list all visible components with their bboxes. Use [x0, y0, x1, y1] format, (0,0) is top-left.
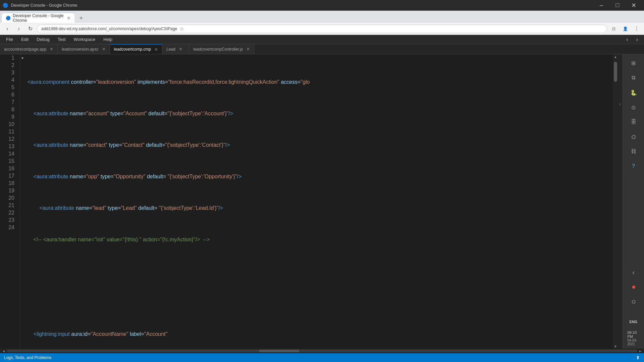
nav-back-menu[interactable]: ‹: [623, 36, 631, 43]
ln17: 17: [3, 172, 17, 180]
forward-button[interactable]: ›: [14, 24, 23, 34]
h-scroll-track: [7, 350, 637, 352]
back-sidebar-icon[interactable]: ‹: [628, 266, 640, 278]
file-tab-accountrecordpage[interactable]: accountrecordpage.app ✕: [0, 44, 58, 54]
menu-help[interactable]: Help: [100, 36, 116, 43]
extensions-button[interactable]: ⊡: [609, 24, 619, 34]
ln2: 2: [3, 62, 17, 69]
time-text: 09:10 PM: [628, 330, 640, 339]
menu-file[interactable]: File: [3, 36, 16, 43]
left-margin: [0, 54, 3, 349]
wifi2-icon: ⌬: [628, 296, 640, 308]
tab-close-icon[interactable]: ✕: [67, 15, 71, 21]
ln21: 21: [3, 202, 17, 209]
question-icon[interactable]: ?: [628, 160, 640, 172]
collapse-arrow-icon[interactable]: ‹: [620, 101, 621, 107]
eng-label: ENG: [628, 316, 640, 328]
code-line-4: <aura:attribute name="opp" type="Opportu…: [28, 173, 613, 180]
ln12: 12: [3, 135, 17, 143]
fold-spacer-2: [20, 62, 25, 69]
ln24: 24: [3, 224, 17, 231]
code-line-1: <aura:component controller="leadconversi…: [28, 78, 613, 86]
scroll-right-button[interactable]: ►: [637, 349, 643, 353]
ln4: 4: [3, 76, 17, 84]
collapse-panel-button[interactable]: ‹: [618, 54, 623, 349]
address-bar-row: ‹ › ↻ aditi1998-dev-ed.my.salesforce.com…: [0, 23, 644, 35]
ln14: 14: [3, 150, 17, 158]
file-tab-leadcovertcompcontroller[interactable]: leadcovertcompController.js ✕: [189, 44, 254, 54]
browser-favicon: 🔵: [3, 3, 8, 8]
scroll-down-button[interactable]: ▼: [613, 344, 618, 349]
date-text: 04-03-2021: [628, 339, 640, 346]
fold-spacer-3: [20, 69, 25, 76]
ln9: 9: [3, 113, 17, 121]
scroll-up-button[interactable]: ▲: [613, 54, 618, 59]
status-expand-icon[interactable]: ⬆: [636, 355, 640, 360]
fold-spacer-6: [20, 91, 25, 99]
menu-bar: File Edit Debug Test Workspace Help ‹ ›: [0, 35, 644, 44]
menu-workspace[interactable]: Workspace: [70, 36, 99, 43]
file-tab-leadconversion[interactable]: leadconversion.apxc ✕: [58, 44, 110, 54]
ln8: 8: [3, 106, 17, 113]
maximize-button[interactable]: □: [610, 0, 625, 11]
file-tab-close-icon[interactable]: ✕: [179, 47, 182, 52]
ln7: 7: [3, 99, 17, 106]
ln11: 11: [3, 128, 17, 135]
code-line-2: <aura:attribute name="account" type="Acc…: [28, 110, 613, 117]
link-icon: ⛓: [628, 145, 640, 158]
title-bar: 🔵 Developer Console - Google Chrome – □ …: [0, 0, 644, 11]
file-tab-leadcovertcomp[interactable]: leadcovertcomp.cmp ✕: [110, 44, 163, 54]
file-tab-close-icon[interactable]: ✕: [50, 47, 53, 52]
scroll-thumb[interactable]: [614, 62, 617, 82]
scroll-left-button[interactable]: ◄: [1, 349, 7, 353]
menu-debug[interactable]: Debug: [33, 36, 53, 43]
new-tab-button[interactable]: +: [76, 13, 86, 23]
profile-button[interactable]: 👤: [621, 24, 630, 34]
nav-forward-menu[interactable]: ›: [633, 36, 641, 43]
time-display: 09:10 PM 04-03-2021: [628, 330, 640, 346]
ln13: 13: [3, 143, 17, 150]
file-tab-close-icon[interactable]: ✕: [246, 47, 250, 52]
browser-tab-active[interactable]: 🔵 Developer Console - Google Chrome ✕: [1, 13, 75, 23]
menu-button[interactable]: ⋮: [632, 24, 641, 34]
fold-spacer-4: [20, 76, 25, 84]
ln16: 16: [3, 165, 17, 172]
bookmark-icon: ☆: [180, 26, 184, 32]
code-line-9: <lightning:input aura:id="AccountName" l…: [28, 330, 613, 338]
minimize-button[interactable]: –: [594, 0, 609, 11]
file-tab-close-icon[interactable]: ✕: [154, 47, 158, 52]
code-content[interactable]: <aura:component controller="leadconversi…: [25, 54, 613, 349]
right-sidebar: ⊞ ⧉ 🐍 ⊙ 🗄 ⌬ ⛓ ? ‹ ⏺ ⌬ ENG 09:10 PM 04-03…: [623, 54, 644, 349]
wifi-icon: ⌬: [628, 131, 640, 143]
back-button[interactable]: ‹: [3, 24, 12, 34]
developer-console: File Edit Debug Test Workspace Help ‹ › …: [0, 35, 644, 362]
fold-1[interactable]: ▼: [20, 54, 25, 62]
file-tab-label: leadcovertcomp.cmp: [114, 47, 151, 52]
file-tab-close-icon[interactable]: ✕: [102, 47, 106, 52]
ln3: 3: [3, 69, 17, 76]
file-tab-lead[interactable]: Lead ✕: [162, 44, 189, 54]
file-tab-label: leadcovertcompController.js: [193, 47, 243, 52]
file-tab-label: leadconversion.apxc: [62, 47, 98, 52]
fold-spacer-5: [20, 84, 25, 91]
refresh-button[interactable]: ↻: [25, 24, 35, 34]
layers-icon: ⧉: [628, 72, 640, 84]
ln6: 6: [3, 91, 17, 99]
window-controls: – □ ✕: [594, 0, 641, 11]
windows-icon: ⊞: [628, 57, 640, 69]
menu-edit[interactable]: Edit: [18, 36, 32, 43]
horizontal-scrollbar[interactable]: ◄ ►: [0, 349, 644, 353]
status-label: Logs, Tests, and Problems: [4, 355, 633, 360]
database-icon: 🗄: [628, 116, 640, 128]
close-button[interactable]: ✕: [626, 0, 641, 11]
fold-column: ▼: [20, 54, 25, 349]
menu-test[interactable]: Test: [54, 36, 69, 43]
status-bar: Logs, Tests, and Problems ⬆: [0, 353, 644, 362]
code-line-6: <!-- <aura:handler name="init" value="{!…: [28, 236, 613, 243]
window-title: Developer Console - Google Chrome: [11, 3, 591, 8]
address-bar[interactable]: aditi1998-dev-ed.my.salesforce.com/_ui/c…: [37, 24, 607, 33]
vertical-scrollbar[interactable]: ▲ ▼: [613, 54, 618, 349]
code-line-8: [28, 299, 613, 306]
python-icon: 🐍: [628, 86, 640, 99]
h-scroll-thumb[interactable]: [259, 350, 299, 352]
